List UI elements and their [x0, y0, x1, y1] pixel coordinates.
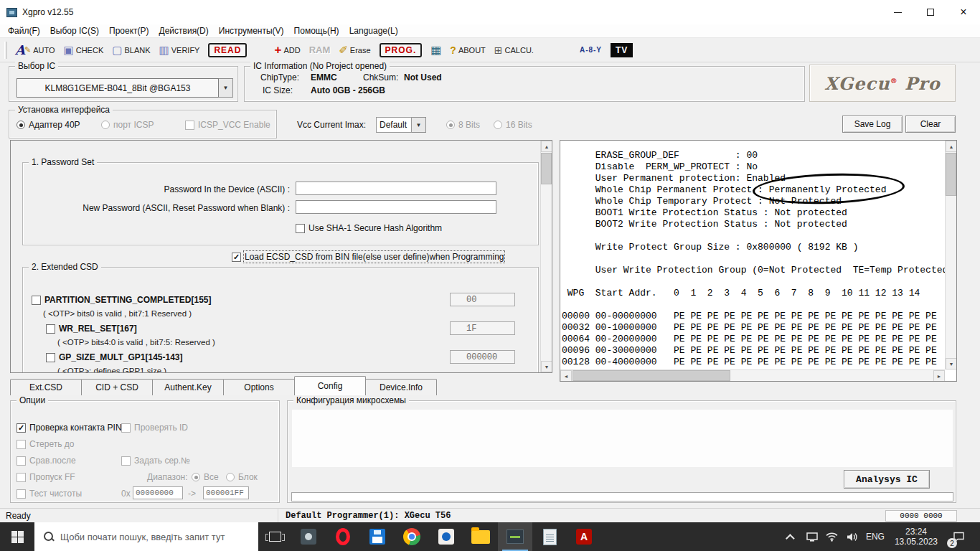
taskbar-app-1[interactable]	[291, 522, 326, 551]
calculator-button[interactable]: ⊞ CALCU.	[491, 44, 537, 57]
set-serial-checkbox[interactable]: Задать сер.№	[121, 456, 190, 466]
addr-to-input[interactable]	[203, 486, 249, 499]
language-indicator[interactable]: ENG	[863, 532, 887, 542]
read-button[interactable]: READ	[204, 42, 250, 59]
ic-combobox-value[interactable]: KLM8G1GEME-B041_8Bit @BGA153	[17, 78, 219, 98]
console-h-scrollbar[interactable]: ◄ ►	[560, 369, 945, 381]
addr-from-input[interactable]	[133, 486, 183, 499]
load-ecsd-checkbox[interactable]: Load ECSD_CSD from BIN file(else user de…	[232, 252, 504, 262]
ic-combobox[interactable]: KLM8G1GEME-B041_8Bit @BGA153 ▼	[17, 78, 233, 98]
save-log-button[interactable]: Save Log	[842, 116, 903, 133]
socket-button[interactable]: ▦	[427, 43, 445, 57]
tray-overflow-button[interactable]	[783, 522, 801, 551]
auto-button[interactable]: A✎ AUTO	[11, 42, 59, 58]
checkbox-icon	[121, 456, 131, 466]
compare-after-checkbox[interactable]: Срав.после	[17, 456, 76, 466]
logic-test-button[interactable]: A-8-Y	[576, 44, 606, 55]
scroll-left-button[interactable]: ◄	[560, 370, 572, 382]
tab-ext-csd[interactable]: Ext.CSD	[10, 379, 82, 395]
scrollbar-thumb[interactable]	[541, 153, 552, 184]
about-button[interactable]: ? ABOUT	[446, 44, 489, 57]
tv-mode-button[interactable]: TV	[607, 42, 636, 59]
tray-volume-button[interactable]	[843, 522, 862, 551]
menu-item-actions[interactable]: Действия(D)	[154, 24, 214, 38]
tab-config[interactable]: Config	[294, 376, 366, 395]
range-block-radio[interactable]: Блок	[226, 472, 258, 482]
menu-item-language[interactable]: Language(L)	[344, 24, 403, 38]
scrollbar-thumb[interactable]	[573, 370, 730, 381]
menu-item-tools[interactable]: Инструменты(V)	[214, 24, 289, 38]
scroll-down-button[interactable]: ▼	[946, 358, 957, 369]
taskbar-clock[interactable]: 23:24 13.05.2023	[889, 527, 943, 547]
purity-test-checkbox[interactable]: Тест чистоты	[17, 489, 82, 499]
icsp-vcc-checkbox[interactable]: ICSP_VCC Enable	[185, 120, 270, 130]
check-id-checkbox[interactable]: Проверять ID	[121, 423, 188, 433]
pin-check-checkbox[interactable]: Проверка контакта PIN	[17, 423, 122, 433]
action-center-button[interactable]: 2	[945, 522, 972, 551]
gp-size-mult-value[interactable]: 000000	[450, 350, 515, 364]
scroll-up-button[interactable]: ▲	[541, 141, 552, 152]
new-password-input[interactable]	[296, 200, 496, 214]
add-button[interactable]: + ADD	[270, 42, 303, 57]
console-v-scrollbar[interactable]: ▲ ▼	[945, 141, 956, 369]
scrollbar-thumb[interactable]	[946, 153, 956, 196]
menu-item-file[interactable]: Файл(F)	[3, 24, 45, 38]
menu-item-select-ic[interactable]: Выбор IC(S)	[45, 24, 104, 38]
tray-wifi-button[interactable]	[823, 522, 842, 551]
prog-button[interactable]: PROG.	[376, 42, 426, 59]
blank-button[interactable]: ▢ BLANK	[108, 43, 154, 57]
verify-button[interactable]: ▥ VERIFY	[156, 43, 204, 57]
tab-options[interactable]: Options	[223, 379, 295, 395]
analysis-ic-button[interactable]: Analysys IC	[844, 470, 930, 489]
tray-network-button[interactable]	[803, 522, 821, 551]
ic-combobox-dropdown-button[interactable]: ▼	[219, 78, 233, 98]
taskbar-app-save[interactable]	[360, 522, 395, 551]
maximize-button[interactable]	[914, 0, 947, 24]
taskbar-app-opera[interactable]	[326, 522, 360, 551]
close-button[interactable]: ×	[947, 0, 980, 24]
adapter-40p-radio[interactable]: Адаптер 40P	[17, 120, 80, 130]
ram-button[interactable]: RAM	[306, 43, 334, 57]
partition-setting-checkbox[interactable]: PARTITION_SETTING_COMPLETED[155]	[32, 295, 211, 305]
tab-strip: Ext.CSD CID + CSD Authent.Key Options Co…	[10, 376, 436, 395]
taskbar-app-5[interactable]	[429, 522, 463, 551]
bits8-radio[interactable]: 8 Bits	[446, 120, 480, 130]
taskbar-app-chrome[interactable]	[395, 522, 429, 551]
password-device-input[interactable]	[296, 182, 496, 195]
scroll-up-button[interactable]: ▲	[946, 141, 957, 152]
start-button[interactable]	[0, 522, 34, 551]
bits16-radio[interactable]: 16 Bits	[494, 120, 532, 130]
erase-button[interactable]: ✐ Erase	[335, 43, 374, 57]
minimize-button[interactable]	[881, 0, 914, 24]
taskbar-search[interactable]: Щоби почати пошук, введіть запит тут	[34, 522, 258, 551]
wr-rel-set-value[interactable]: 1F	[450, 321, 515, 335]
taskbar-app-notepad[interactable]	[532, 522, 567, 551]
taskbar-app-acrobat[interactable]: A	[567, 522, 601, 551]
menu-item-project[interactable]: Проект(P)	[104, 24, 154, 38]
erase-before-checkbox[interactable]: Стереть до	[17, 439, 74, 449]
skip-ff-checkbox[interactable]: Пропуск FF	[17, 472, 75, 482]
left-panel-scrollbar[interactable]: ▲ ▼	[540, 141, 552, 372]
tab-device-info[interactable]: Device.Info	[365, 379, 437, 395]
task-view-button[interactable]	[258, 522, 291, 551]
gp-size-mult-checkbox[interactable]: GP_SIZE_MULT_GP1[145-143]	[46, 352, 183, 362]
taskbar-app-explorer[interactable]	[463, 522, 498, 551]
tab-cid-csd[interactable]: CID + CSD	[81, 379, 153, 395]
taskbar-app-xgpro[interactable]	[498, 522, 532, 551]
window-title: Xgpro v12.55	[22, 7, 73, 17]
icsp-port-radio[interactable]: порт ICSP	[101, 120, 154, 130]
vcc-imax-select[interactable]: Default ▼	[376, 117, 426, 133]
partition-setting-value[interactable]: 00	[450, 293, 515, 306]
vcc-imax-value[interactable]: Default	[376, 117, 412, 133]
scroll-down-button[interactable]: ▼	[541, 361, 552, 372]
check-button[interactable]: ▣ CHECK	[60, 43, 108, 57]
clear-button[interactable]: Clear	[905, 116, 956, 133]
menu-item-help[interactable]: Помощь(H)	[289, 24, 344, 38]
scroll-right-button[interactable]: ►	[933, 370, 945, 382]
vcc-dropdown-button[interactable]: ▼	[412, 117, 426, 133]
range-all-radio[interactable]: Все	[192, 472, 219, 482]
checkbox-icon	[17, 489, 26, 499]
sha1-checkbox[interactable]: Use SHA-1 Secure Hash Algorithm	[296, 223, 442, 233]
wr-rel-set-checkbox[interactable]: WR_REL_SET[167]	[46, 324, 137, 334]
tab-authent-key[interactable]: Authent.Key	[152, 379, 224, 395]
